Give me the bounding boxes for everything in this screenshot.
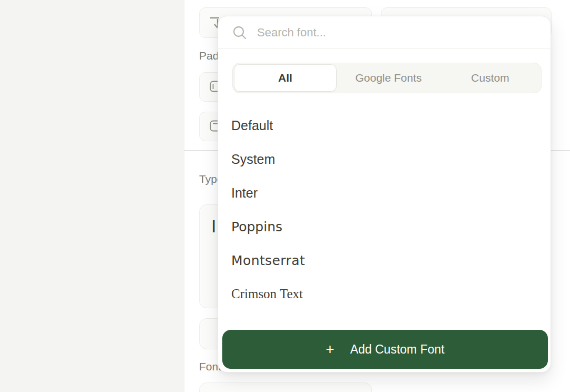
- font-picker-popover: All Google Fonts Custom Default System I…: [218, 16, 551, 373]
- editor-screen: Padding Typography I Font Family All: [0, 0, 570, 392]
- font-option-montserrat[interactable]: Montserrat: [218, 243, 551, 277]
- add-custom-font-label: Add Custom Font: [350, 342, 445, 357]
- font-list: Default System Inter Poppins Montserrat …: [218, 109, 551, 311]
- font-option-crimson-text[interactable]: Crimson Text: [218, 277, 551, 311]
- add-custom-font-button[interactable]: + Add Custom Font: [222, 330, 548, 369]
- search-icon: [232, 25, 247, 40]
- tab-custom[interactable]: Custom: [439, 63, 541, 93]
- font-search-row: [218, 16, 551, 49]
- font-option-poppins[interactable]: Poppins: [218, 210, 551, 243]
- font-option-default[interactable]: Default: [218, 109, 551, 142]
- font-family-field[interactable]: [199, 383, 372, 392]
- font-source-tabs: All Google Fonts Custom: [232, 63, 542, 93]
- font-option-system[interactable]: System: [218, 142, 551, 176]
- tab-google-fonts[interactable]: Google Fonts: [338, 63, 439, 93]
- font-option-inter[interactable]: Inter: [218, 176, 551, 210]
- plus-icon: +: [326, 342, 334, 357]
- font-search-input[interactable]: [257, 26, 540, 40]
- font-preview-text: I: [211, 216, 216, 237]
- tab-all[interactable]: All: [234, 64, 337, 92]
